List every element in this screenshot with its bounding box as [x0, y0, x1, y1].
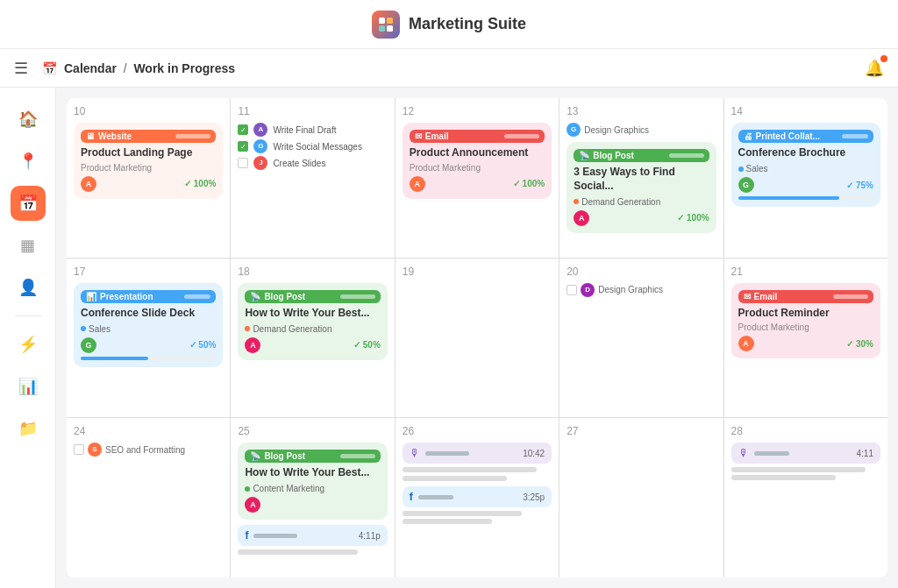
sidebar-item-activity[interactable]: ⚡ — [11, 327, 46, 362]
tag-dot-sales — [738, 166, 744, 172]
sidebar-item-grid[interactable]: ▦ — [11, 228, 46, 263]
card-brochure[interactable]: 🖨 Printed Collat... Conference Brochure … — [731, 123, 880, 207]
email-icon-21: ✉ — [744, 292, 751, 301]
card-title-blog-content: How to Write Your Best... — [245, 466, 380, 480]
header-bar — [340, 294, 375, 299]
svg-rect-0 — [379, 18, 385, 24]
calendar-cell-24: 24 S SEO and Formatting — [67, 418, 230, 577]
checkbox-design-graphics[interactable] — [567, 285, 577, 295]
top-task-label-20: Design Graphics — [598, 285, 663, 294]
card-footer-blog-content: A — [245, 497, 380, 513]
check-label-3: Create Slides — [273, 159, 325, 168]
fb-bar-26 — [418, 495, 453, 499]
placeholder-26a — [403, 467, 537, 472]
tag-dot — [574, 199, 579, 204]
header-bar — [184, 294, 210, 299]
calendar-cell-17: 17 📊 Presentation Conference Slide Deck … — [67, 259, 230, 418]
card-title-social: 3 Easy Ways to Find Social... — [574, 166, 709, 193]
card-blog-social[interactable]: 📡 Blog Post 3 Easy Ways to Find Social..… — [567, 142, 716, 233]
time-item-inner-25: f — [245, 529, 297, 542]
tag-dot-content — [245, 486, 250, 492]
podcast-time-28: 4:11 — [857, 449, 873, 458]
sidebar-item-chart[interactable]: 📊 — [11, 369, 46, 404]
avatar-check3: J — [253, 156, 267, 170]
placeholder-26c — [403, 511, 522, 516]
fb-inner-26: f — [410, 491, 453, 503]
bell-icon: 🔔 — [865, 60, 884, 77]
header-bar — [833, 294, 868, 299]
calendar-cell-12: 12 ✉ Email Product Announcement Product … — [396, 98, 559, 258]
day-number-17: 17 — [74, 266, 223, 278]
card-website-landing[interactable]: 🖥 Website Product Landing Page Product M… — [74, 123, 223, 199]
card-slide-deck[interactable]: 📊 Presentation Conference Slide Deck Sal… — [74, 283, 223, 367]
card-title-landing: Product Landing Page — [81, 146, 216, 160]
day-number-18: 18 — [238, 266, 387, 278]
day-number-24: 24 — [74, 425, 223, 437]
progress-bar-brochure — [738, 196, 873, 200]
app-icon — [372, 11, 400, 39]
fb-item-26[interactable]: f 3:25p — [403, 486, 552, 507]
podcast-icon-26: 🎙 — [410, 447, 420, 459]
tag-label-demand-18: Demand Generation — [253, 324, 331, 334]
calendar-grid: 10 🖥 Website Product Landing Page Produc… — [67, 98, 887, 577]
podcast-icon-28: 🎙 — [738, 447, 749, 459]
calendar-cell-14: 14 🖨 Printed Collat... Conference Brochu… — [724, 98, 887, 258]
podcast-bar-28 — [754, 451, 789, 456]
sidebar-divider — [15, 315, 41, 316]
tag-dot-sales-17 — [81, 326, 86, 331]
card-title-blog-write: How to Write Your Best... — [245, 307, 380, 321]
email-icon: ✉ — [415, 131, 422, 141]
calendar-cell-27: 27 — [559, 418, 723, 577]
svg-rect-2 — [379, 25, 385, 32]
top-task-13: G Design Graphics — [567, 123, 716, 137]
card-product-reminder[interactable]: ✉ Email Product Reminder Product Marketi… — [731, 283, 880, 359]
blog-icon-18: 📡 — [250, 292, 260, 301]
app-title: Marketing Suite — [409, 15, 526, 33]
header-bar — [842, 134, 868, 138]
time-item-podcast-26[interactable]: 🎙 10:42 — [403, 443, 552, 464]
avatar-gary-2: G — [738, 177, 754, 193]
sidebar-item-folder[interactable]: 📁 — [11, 411, 46, 446]
time-item-podcast-28[interactable]: 🎙 4:11 — [731, 443, 880, 464]
sidebar-item-location[interactable]: 📍 — [11, 144, 46, 179]
card-title-brochure: Conference Brochure — [738, 146, 873, 160]
progress-blog-write: ✓ 50% — [353, 340, 381, 350]
notification-bell[interactable]: 🔔 — [865, 59, 884, 78]
time-item-fb-25[interactable]: f 4:11p — [238, 525, 387, 546]
card-blog-write[interactable]: 📡 Blog Post How to Write Your Best... De… — [238, 283, 387, 360]
tag-content: Content Marketing — [245, 484, 324, 493]
card-email-announcement[interactable]: ✉ Email Product Announcement Product Mar… — [403, 123, 552, 199]
avatar-s: S — [88, 443, 102, 457]
checkbox-2[interactable]: ✓ — [238, 141, 248, 152]
checkbox-1[interactable]: ✓ — [238, 124, 248, 135]
tag-label-sales: Sales — [746, 164, 768, 174]
top-task-24: S SEO and Formatting — [74, 443, 223, 457]
menu-icon[interactable]: ☰ — [14, 59, 28, 78]
sidebar: 🏠 📍 📅 ▦ 👤 ⚡ 📊 📁 — [0, 88, 56, 588]
progress-social: ✓ 100% — [677, 213, 709, 223]
avatar-alexis-2: A — [410, 176, 425, 192]
day-number-14: 14 — [731, 105, 880, 117]
card-blog-content[interactable]: 📡 Blog Post How to Write Your Best... Co… — [238, 443, 387, 520]
calendar-cell-11: 11 ✓ A Write Final Draft ✓ G Write Socia… — [231, 98, 394, 258]
sidebar-item-calendar[interactable]: 📅 — [11, 186, 46, 221]
calendar-cell-20: 20 D Design Graphics — [559, 259, 723, 418]
breadcrumb: Calendar / Work in Progress — [64, 61, 235, 75]
checklist-item-1: ✓ A Write Final Draft — [238, 123, 387, 137]
sidebar-item-user[interactable]: 👤 — [11, 270, 46, 305]
progress-reminder: ✓ 30% — [846, 339, 873, 349]
tag-sales: Sales — [738, 164, 768, 174]
day-number-27: 27 — [567, 425, 716, 437]
checkbox-seo[interactable] — [74, 444, 84, 455]
calendar-area: 10 🖥 Website Product Landing Page Produc… — [56, 88, 898, 588]
checklist-item-3: J Create Slides — [238, 156, 387, 170]
sidebar-item-home[interactable]: 🏠 — [11, 102, 46, 137]
svg-rect-3 — [387, 25, 393, 32]
tag-dot-demand-18 — [245, 326, 250, 331]
checkbox-3[interactable] — [238, 158, 248, 168]
checklist-item-2: ✓ G Write Social Messages — [238, 139, 387, 153]
blog-icon-13: 📡 — [579, 151, 589, 160]
header-bar — [340, 454, 375, 458]
progress-landing: ✓ 100% — [184, 179, 216, 188]
card-footer-blog-write: A ✓ 50% — [245, 337, 380, 353]
